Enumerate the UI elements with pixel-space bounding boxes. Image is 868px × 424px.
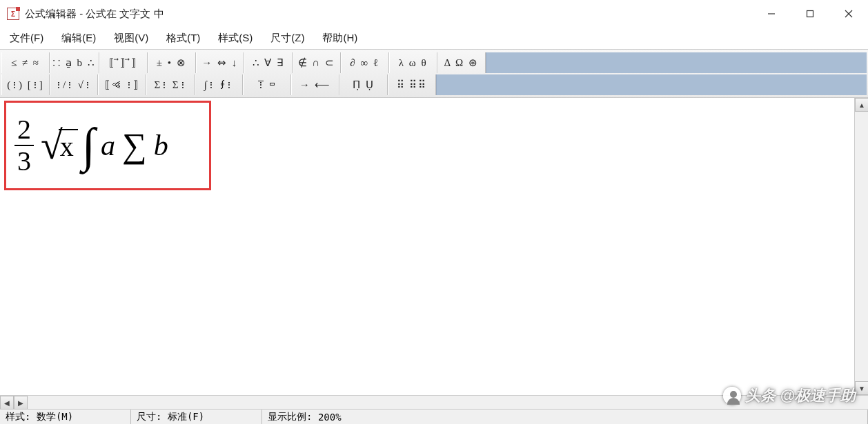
- scroll-right-icon[interactable]: ▶: [14, 396, 28, 410]
- radical-sign-icon: √: [41, 130, 63, 161]
- template-subsuper[interactable]: ⟦⫷ ⫶⟧: [101, 76, 144, 94]
- close-button[interactable]: [829, 0, 868, 28]
- integral-sign-icon[interactable]: ∫: [81, 131, 97, 160]
- vscroll-track[interactable]: [855, 112, 868, 381]
- status-size-label: 尺寸:: [137, 411, 161, 423]
- status-size-value: 标准(F): [168, 411, 204, 423]
- template-integral[interactable]: ∫⫶ ∮⫶: [197, 76, 240, 94]
- editor-area: 2 3 √ x ∫ a ∑ b ▲ ▼: [0, 98, 868, 395]
- status-size: 尺寸: 标准(F): [131, 410, 262, 424]
- palette-greek-upper[interactable]: Δ Ω ⊛: [440, 54, 483, 72]
- window-title: 公式编辑器 - 公式在 文字文 中: [25, 8, 164, 21]
- horizontal-scrollbar[interactable]: ◀ ▶: [0, 395, 868, 409]
- palette-embellish[interactable]: ⟦ ⃗⟧ ⃗⟧: [102, 54, 145, 72]
- maximize-button[interactable]: [791, 0, 829, 28]
- fraction-denominator[interactable]: 3: [14, 148, 34, 175]
- app-icon: Σ: [7, 8, 19, 20]
- palette-relational[interactable]: ≤ ≠ ≈: [4, 54, 47, 72]
- template-products[interactable]: Π̣ Ụ: [342, 76, 385, 94]
- minimize-button[interactable]: [752, 0, 791, 28]
- palette-misc[interactable]: ∂ ∞ ℓ: [344, 54, 386, 72]
- equation-content[interactable]: 2 3 √ x ∫ a ∑ b: [14, 116, 170, 175]
- variable-b[interactable]: b: [152, 129, 170, 162]
- template-overunder-bar[interactable]: ⫶̅ ▭: [246, 76, 288, 94]
- fraction-numerator[interactable]: 2: [14, 116, 34, 143]
- fraction[interactable]: 2 3: [14, 116, 34, 175]
- template-labeled-arrows[interactable]: → ⟵: [294, 76, 337, 94]
- symbol-toolbar: ≤ ≠ ≈ ⸬ a̱ b ∴ ⟦ ⃗⟧ ⃗⟧ ± • ⊗ → ⇔ ↓ ∴ ∀ ∃…: [0, 49, 868, 98]
- toolbar-filler: [486, 52, 867, 73]
- menu-bar: 文件(F) 编辑(E) 视图(V) 格式(T) 样式(S) 尺寸(Z) 帮助(H…: [0, 28, 868, 49]
- status-style-label: 样式:: [6, 411, 30, 423]
- palette-arrows[interactable]: → ⇔ ↓: [199, 54, 241, 72]
- palette-greek-lower[interactable]: λ ω θ: [392, 54, 435, 72]
- svg-rect-1: [807, 11, 813, 17]
- title-bar: Σ 公式编辑器 - 公式在 文字文 中: [0, 0, 868, 28]
- status-style-value: 数学(M): [37, 411, 73, 423]
- menu-size[interactable]: 尺寸(Z): [266, 30, 308, 46]
- status-zoom-value: 200%: [318, 412, 342, 423]
- status-zoom: 显示比例: 200%: [262, 410, 868, 424]
- scroll-down-icon[interactable]: ▼: [855, 381, 868, 395]
- palette-set[interactable]: ∉ ∩ ⊂: [295, 54, 338, 72]
- menu-edit[interactable]: 编辑(E): [57, 30, 100, 46]
- equation-highlight-box: 2 3 √ x ∫ a ∑ b: [4, 101, 211, 190]
- palette-spaces[interactable]: ⸬ a̱ b ∴: [52, 54, 97, 72]
- status-style: 样式: 数学(M): [0, 410, 131, 424]
- template-fraction-radical[interactable]: ⫶/⫶ √⫶: [52, 76, 95, 94]
- toolbar-row-2: (⫶) [⫶] ⫶/⫶ √⫶ ⟦⫷ ⫶⟧ Σ⫶ Σ⫶ ∫⫶ ∮⫶ ⫶̅ ▭ → …: [1, 74, 867, 95]
- status-zoom-label: 显示比例:: [268, 411, 312, 423]
- equation-canvas[interactable]: 2 3 √ x ∫ a ∑ b: [0, 98, 854, 395]
- menu-help[interactable]: 帮助(H): [318, 30, 362, 46]
- scroll-up-icon[interactable]: ▲: [855, 98, 868, 112]
- scroll-left-icon[interactable]: ◀: [0, 396, 14, 410]
- toolbar-row-1: ≤ ≠ ≈ ⸬ a̱ b ∴ ⟦ ⃗⟧ ⃗⟧ ± • ⊗ → ⇔ ↓ ∴ ∀ ∃…: [1, 52, 867, 73]
- status-bar: 样式: 数学(M) 尺寸: 标准(F) 显示比例: 200%: [0, 409, 868, 424]
- palette-operators[interactable]: ± • ⊗: [150, 54, 193, 72]
- radical[interactable]: √ x: [41, 129, 78, 163]
- vertical-scrollbar[interactable]: ▲ ▼: [854, 98, 868, 395]
- menu-format[interactable]: 格式(T): [162, 30, 204, 46]
- menu-file[interactable]: 文件(F): [6, 30, 48, 46]
- palette-logic[interactable]: ∴ ∀ ∃: [247, 54, 290, 72]
- template-fences[interactable]: (⫶) [⫶]: [4, 76, 47, 94]
- hscroll-track[interactable]: [28, 396, 868, 409]
- menu-style[interactable]: 样式(S): [214, 30, 257, 46]
- menu-view[interactable]: 视图(V): [110, 30, 152, 46]
- variable-a[interactable]: a: [99, 129, 117, 162]
- toolbar-filler-2: [436, 74, 867, 95]
- template-matrix[interactable]: ⠿ ⠿⠿: [391, 76, 433, 94]
- summation-sign-icon[interactable]: ∑: [119, 132, 150, 159]
- template-summation[interactable]: Σ⫶ Σ⫶: [149, 76, 192, 94]
